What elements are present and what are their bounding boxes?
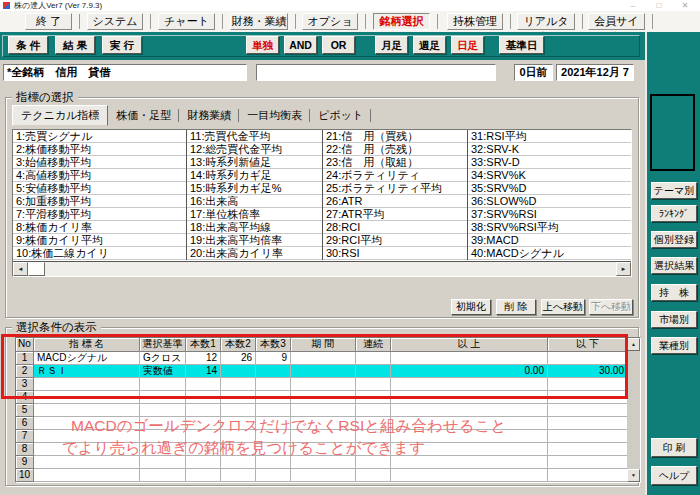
date-field[interactable]: 2021年12月 7日 bbox=[556, 64, 634, 81]
indicator-item[interactable]: 26:ATR bbox=[323, 195, 467, 208]
scroll-down-icon[interactable]: ▼ bbox=[627, 469, 640, 482]
minimize-icon[interactable]: – bbox=[620, 0, 646, 11]
cell-no[interactable]: 7 bbox=[16, 430, 34, 443]
days-offset-field[interactable]: 0日前 bbox=[514, 64, 553, 81]
period-button-2[interactable]: 日足 bbox=[451, 36, 484, 54]
cell-max[interactable] bbox=[548, 404, 628, 417]
cell-period[interactable] bbox=[291, 365, 356, 378]
menu-item-system[interactable]: システム bbox=[87, 13, 143, 30]
cell-period[interactable] bbox=[291, 378, 356, 391]
cell-n1[interactable] bbox=[186, 378, 221, 391]
sidebar-button-sector[interactable]: 業種別 bbox=[651, 337, 697, 354]
tab-financial-results[interactable]: 財務業績 bbox=[179, 106, 239, 125]
tab-technical[interactable]: テクニカル指標 bbox=[12, 105, 108, 126]
keyword-field[interactable] bbox=[256, 64, 496, 81]
indicator-item[interactable]: 17:単位株倍率 bbox=[187, 208, 322, 221]
cell-max[interactable] bbox=[548, 456, 628, 469]
cell-streak[interactable] bbox=[356, 378, 391, 391]
indicator-item[interactable]: 36:SLOW%D bbox=[468, 195, 631, 208]
move-up-button[interactable]: 上へ移動 bbox=[541, 299, 585, 315]
cell-max[interactable] bbox=[548, 469, 628, 482]
cell-min[interactable] bbox=[391, 391, 548, 404]
cell-name[interactable] bbox=[34, 469, 140, 482]
menu-item-exit[interactable]: 終 了 bbox=[25, 13, 72, 30]
cell-max[interactable] bbox=[548, 378, 628, 391]
cell-no[interactable]: 5 bbox=[16, 404, 34, 417]
menu-item-financials[interactable]: 財務・業績 bbox=[230, 13, 288, 30]
indicator-item[interactable]: 19:出来高平均倍率 bbox=[187, 234, 322, 247]
cell-min[interactable]: 0.00 bbox=[391, 365, 548, 378]
cell-no[interactable]: 10 bbox=[16, 469, 34, 482]
indicator-item[interactable]: 9:株価カイリ平均 bbox=[13, 234, 186, 247]
scroll-up-icon[interactable]: ▲ bbox=[627, 338, 640, 351]
cell-n3[interactable] bbox=[256, 365, 291, 378]
cell-no[interactable]: 6 bbox=[16, 417, 34, 430]
indicator-item[interactable]: 14:時系列カギ足 bbox=[187, 169, 322, 182]
tab-pivot[interactable]: ピボット bbox=[310, 106, 371, 125]
indicator-item[interactable]: 3:始値移動平均 bbox=[13, 156, 186, 169]
help-button[interactable]: ヘルプ bbox=[651, 466, 697, 485]
indicator-item[interactable]: 4:高値移動平均 bbox=[13, 169, 186, 182]
cell-max[interactable] bbox=[548, 443, 628, 456]
indicator-item[interactable]: 29:RCI平均 bbox=[323, 234, 467, 247]
close-icon[interactable]: ✕ bbox=[672, 0, 698, 11]
scrollbar-track[interactable] bbox=[45, 262, 616, 276]
cell-max[interactable] bbox=[548, 417, 628, 430]
move-down-button[interactable]: 下へ移動 bbox=[589, 299, 633, 315]
menu-item-holdings[interactable]: 持株管理 bbox=[447, 13, 503, 30]
cell-n1[interactable] bbox=[186, 469, 221, 482]
cell-n2[interactable] bbox=[221, 391, 256, 404]
table-row[interactable]: 3 bbox=[16, 378, 640, 391]
menu-item-stock-selection[interactable]: 銘柄選択 bbox=[373, 13, 430, 30]
tab-price-pattern[interactable]: 株価・足型 bbox=[108, 106, 179, 125]
cell-n2[interactable] bbox=[221, 469, 256, 482]
cell-basis[interactable]: 実数値 bbox=[140, 365, 186, 378]
cell-name[interactable]: MACDシグナル bbox=[34, 352, 140, 365]
base-date-button[interactable]: 基準日 bbox=[499, 36, 544, 54]
indicator-item[interactable]: 40:MACDシグナル bbox=[468, 247, 631, 260]
table-row[interactable]: 1MACDシグナルGクロス12269 bbox=[16, 352, 640, 365]
condition-button[interactable]: 条 件 bbox=[8, 36, 48, 54]
initialize-button[interactable]: 初期化 bbox=[451, 299, 491, 315]
scroll-left-icon[interactable]: ◄ bbox=[13, 262, 28, 276]
menu-item-options[interactable]: オプション bbox=[302, 13, 358, 30]
indicator-item[interactable]: 38:SRV%RSI平均 bbox=[468, 221, 631, 234]
indicator-item[interactable]: 18:出来高平均線 bbox=[187, 221, 322, 234]
cell-max[interactable] bbox=[548, 391, 628, 404]
cell-no[interactable]: 4 bbox=[16, 391, 34, 404]
print-button[interactable]: 印 刷 bbox=[651, 438, 697, 457]
sidebar-button-selection-result[interactable]: 選択結果 bbox=[651, 257, 697, 274]
cell-no[interactable]: 3 bbox=[16, 378, 34, 391]
cell-n3[interactable] bbox=[256, 378, 291, 391]
sidebar-button-theme[interactable]: テーマ別 bbox=[651, 182, 697, 199]
indicator-item[interactable]: 16:出来高 bbox=[187, 195, 322, 208]
cell-period[interactable] bbox=[291, 352, 356, 365]
cell-max[interactable] bbox=[548, 430, 628, 443]
horizontal-scrollbar[interactable]: ◄ ► bbox=[13, 261, 631, 276]
cell-no[interactable]: 9 bbox=[16, 456, 34, 469]
indicator-item[interactable]: 32:SRV-K bbox=[468, 143, 631, 156]
indicator-item[interactable]: 15:時系列カギ足% bbox=[187, 182, 322, 195]
cell-basis[interactable] bbox=[140, 469, 186, 482]
sidebar-button-ranking[interactable]: ﾗﾝｷﾝｸﾞ bbox=[651, 205, 697, 222]
scroll-right-icon[interactable]: ► bbox=[616, 262, 631, 276]
menu-item-realtime[interactable]: リアルタイム bbox=[517, 13, 575, 30]
indicator-item[interactable]: 22:信 用（売残） bbox=[323, 143, 467, 156]
cell-min[interactable] bbox=[391, 352, 548, 365]
cell-min[interactable] bbox=[391, 378, 548, 391]
table-row[interactable]: 10 bbox=[16, 469, 640, 482]
cell-n1[interactable] bbox=[186, 391, 221, 404]
cell-period[interactable] bbox=[291, 469, 356, 482]
indicator-item[interactable]: 6:加重移動平均 bbox=[13, 195, 186, 208]
sidebar-button-individual-register[interactable]: 個別登録 bbox=[651, 231, 697, 248]
cell-basis[interactable] bbox=[140, 378, 186, 391]
universe-field[interactable]: *全銘柄 信用 貸借 bbox=[3, 64, 247, 81]
mode-button-and[interactable]: AND bbox=[284, 36, 317, 54]
indicator-item[interactable]: 34:SRV%K bbox=[468, 169, 631, 182]
sidebar-button-holdings[interactable]: 持 株 bbox=[651, 284, 697, 301]
table-row[interactable]: 4 bbox=[16, 391, 640, 404]
table-row[interactable]: 2ＲＳＩ実数値140.0030.00 bbox=[16, 365, 640, 378]
cell-streak[interactable] bbox=[356, 352, 391, 365]
indicator-item[interactable]: 11:売買代金平均 bbox=[187, 130, 322, 143]
cell-name[interactable]: ＲＳＩ bbox=[34, 365, 140, 378]
